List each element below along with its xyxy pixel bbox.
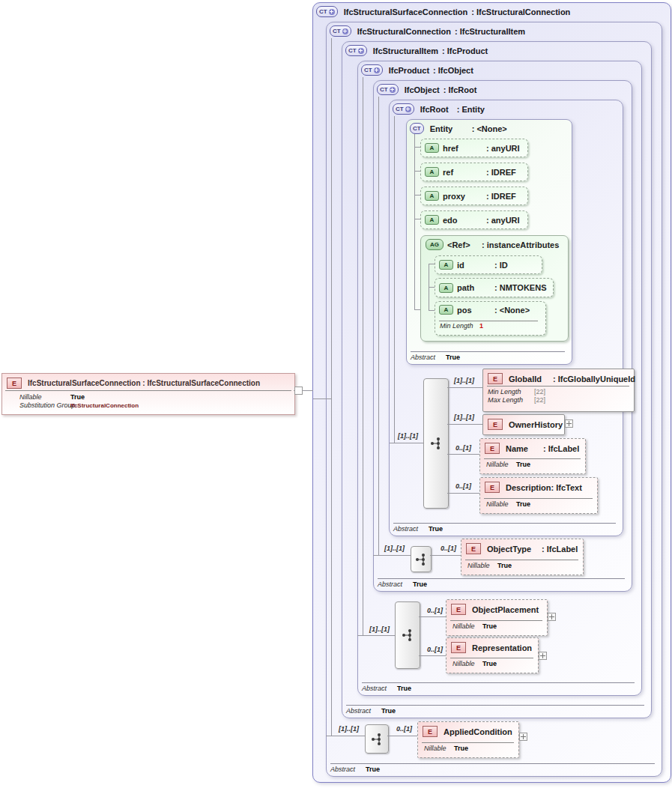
element-badge: E [451,604,466,615]
complex-type-badge: CT [316,6,338,17]
facet-max-length: Max Length [22] [488,396,545,404]
plus-icon[interactable] [390,87,396,93]
element-header: E Name : IfcLabel [485,443,579,454]
attribute-badge: A [425,191,439,201]
complex-type-box-entity: CT Entity: <None> Ahref: anyURI Aref: ID… [406,119,572,365]
sequence-icon [411,546,432,572]
element-ownerhistory: E OwnerHistory [482,414,565,435]
separator [450,620,542,621]
xsd-diagram: CT IfcStructuralSurfaceConnection: IfcSt… [0,0,672,788]
complex-type-badge: CT [393,103,414,115]
connector-line [331,38,332,736]
attribute-badge: A [439,305,453,315]
tree-line [414,171,420,172]
separator [439,321,538,321]
facet-nillable: Nillable True [452,622,497,630]
facet-nillable: Nillable True [486,461,530,468]
attribute-edo: Aedo: anyURI [420,210,528,229]
cardinality-label: 0..[1] [427,646,443,653]
complex-type-header: CT IfcStructuralConnection: IfcStructura… [330,25,525,37]
complex-type-header: CT IfcProduct: IfcObject [361,64,473,76]
element-badge: E [7,378,22,389]
attribute-href: Ahref: anyURI [420,139,528,157]
attribute-group-header: AG <Ref> : instanceAttributes [426,239,559,250]
abstract-footer: Abstract True [346,705,644,715]
facet-nillable: Nillable True [452,660,497,667]
cardinality-label: [1]..[1] [454,413,474,421]
element-badge: E [451,642,466,653]
plus-icon[interactable] [329,9,335,15]
complex-type-header: CT IfcStructuralItem: IfcProduct [345,45,488,56]
connector-line [447,387,482,388]
element-name: E Name : IfcLabel Nillable True [479,438,586,474]
complex-type-badge: CT [410,123,424,134]
abstract-footer: Abstract True [330,763,655,773]
box-title: Entity: <None> [430,124,507,133]
attribute-path: Apath: NMTOKENS [435,278,554,297]
plus-icon[interactable] [374,67,380,73]
complex-type-badge: CT [330,25,351,37]
facet-nillable: Nillable True [19,393,85,401]
expand-icon[interactable] [548,613,556,621]
connector-line [394,116,395,443]
element-appliedcondition: E AppliedCondition Nillable True [417,721,519,758]
element-header: E ObjectType : IfcLabel [466,543,578,554]
facet-nillable: Nillable True [467,562,512,569]
connector-line [363,77,363,635]
tree-line [414,219,420,219]
connector-line [390,443,423,443]
facet-min-length: Min Length 1 [440,322,483,330]
element-badge: E [488,373,503,384]
box-title: IfcStructuralConnection: IfcStructuralIt… [357,27,525,36]
separator [484,498,593,499]
expand-icon[interactable] [565,419,573,428]
attribute-group-badge: AG [426,239,444,250]
cardinality-label: [1]..[1] [384,545,405,552]
connector-line [313,398,331,399]
plus-icon[interactable] [358,48,364,54]
tree-line [429,264,435,264]
connector-line [447,454,479,455]
attribute-proxy: Aproxy: IDREF [420,187,528,205]
element-badge: E [466,543,481,554]
attribute-pos: A pos : <None> Min Length 1 [435,301,546,336]
tree-line [429,310,435,311]
element-badge: E [488,419,503,430]
facet-min-length: Min Length [22] [488,388,545,395]
cardinality-label: [1]..[1] [454,377,474,384]
cardinality-label: [1]..[1] [339,725,359,733]
plus-icon[interactable] [405,106,411,112]
cardinality-label: 0..[1] [455,482,471,490]
sequence-icon [395,601,420,669]
complex-type-badge: CT [377,84,399,95]
connector-line [447,493,479,494]
expand-icon[interactable] [519,733,527,741]
attribute-badge: A [425,143,439,153]
element-header: E GlobalId : IfcGloballyUniqueId [488,373,635,384]
separator [5,390,291,391]
connector-line [419,655,446,656]
connector-line [357,635,395,636]
expand-icon[interactable] [539,652,547,660]
abstract-footer: Abstract True [393,523,616,533]
element-header: E AppliedCondition [423,726,512,737]
connector-line [447,424,482,425]
cardinality-label: 0..[1] [455,444,471,452]
complex-type-header: CT IfcStructuralSurfaceConnection: IfcSt… [316,6,570,17]
plus-icon[interactable] [342,28,348,34]
facet-substitution-group: Substitution Group IfcStructuralConnecti… [19,401,139,409]
sequence-glyph [369,731,385,748]
connector-line [373,555,411,556]
element-header: E ObjectPlacement [451,604,539,615]
cardinality-label: [1]..[1] [398,432,418,440]
connector-handle[interactable] [294,387,303,395]
tree-line [414,134,415,309]
element-representation: E Representation Nillable True [446,637,539,673]
sequence-glyph [428,435,444,452]
abstract-footer: Abstract True [362,682,635,692]
element-header: E OwnerHistory [488,419,563,430]
separator [465,560,578,560]
separator [484,458,581,459]
abstract-footer: Abstract True [378,578,625,588]
element-header: E Description : IfcText [485,482,582,493]
